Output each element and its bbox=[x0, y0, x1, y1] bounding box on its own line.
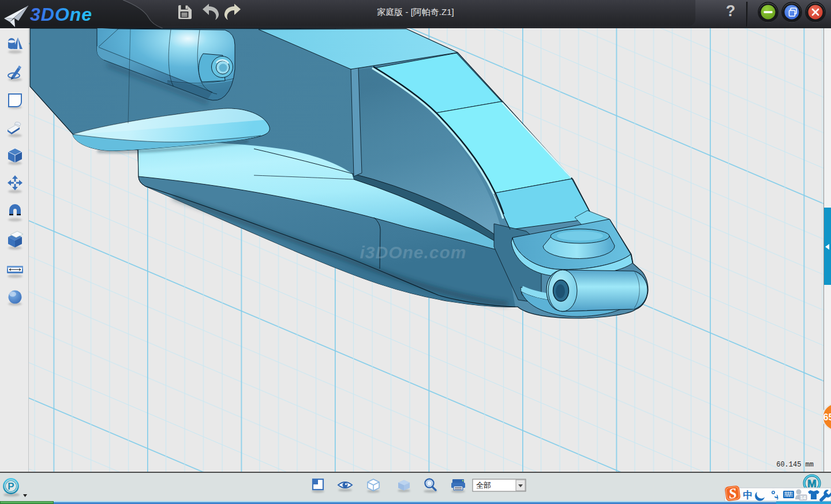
svg-text:全部: 全部 bbox=[476, 481, 491, 490]
svg-text:14: 14 bbox=[800, 495, 806, 501]
svg-text:i3DOne.com: i3DOne.com bbox=[360, 243, 466, 262]
svg-text:,: , bbox=[776, 490, 778, 500]
svg-text:中: 中 bbox=[743, 490, 753, 501]
svg-text:65: 65 bbox=[823, 412, 831, 422]
svg-text:P: P bbox=[8, 481, 14, 492]
